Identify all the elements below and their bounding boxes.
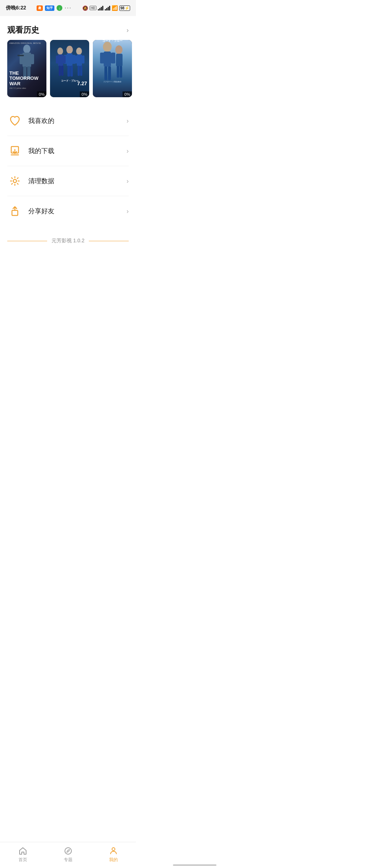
svg-text:ドクターヘリ緊急救命: ドクターヘリ緊急救命 <box>103 81 121 83</box>
svg-rect-9 <box>67 53 73 66</box>
share-icon <box>7 203 22 219</box>
menu-section: 我喜欢的 › 我的下载 › <box>0 106 136 226</box>
clear-data-label: 清理数据 <box>28 177 127 185</box>
svg-rect-21 <box>77 54 82 66</box>
history-chevron[interactable]: › <box>127 26 129 34</box>
svg-rect-25 <box>80 66 82 76</box>
svg-rect-12 <box>67 66 70 77</box>
menu-item-clear-data[interactable]: 清理数据 › <box>7 166 129 196</box>
movie2-progress: 0% <box>80 91 89 97</box>
svg-point-42 <box>13 180 17 183</box>
svg-rect-4 <box>30 54 34 64</box>
menu-item-favorites[interactable]: 我喜欢的 › <box>7 106 129 136</box>
heart-icon <box>7 113 22 128</box>
status-time: 傍晚6:22 <box>6 5 26 11</box>
share-label: 分享好友 <box>28 207 127 215</box>
badge-download: ↓ <box>57 5 62 11</box>
history-section-header: 观看历史 › <box>0 22 136 40</box>
badge-qu: 趣 <box>37 5 43 11</box>
share-chevron: › <box>127 207 129 215</box>
footer-text: 元芳影视 1.0.2 <box>51 238 84 244</box>
svg-point-8 <box>66 46 73 54</box>
menu-item-share[interactable]: 分享好友 › <box>7 196 129 226</box>
svg-rect-13 <box>70 66 73 77</box>
status-bar: 傍晚6:22 趣 知乎 ↓ ··· 🔕 HD 📶 98 ⚡ <box>0 0 136 16</box>
svg-rect-28 <box>104 52 111 67</box>
clear-data-chevron: › <box>127 177 129 185</box>
favorites-label: 我喜欢的 <box>28 116 127 125</box>
download-icon <box>7 143 22 159</box>
main-content: 观看历史 › <box>0 16 136 280</box>
svg-point-33 <box>115 45 123 54</box>
wifi-icon: 📶 <box>112 5 118 11</box>
movie2-date: 7.27 <box>77 81 87 86</box>
downloads-label: 我的下载 <box>28 147 127 155</box>
menu-item-downloads[interactable]: 我的下载 › <box>7 136 129 166</box>
svg-point-20 <box>76 48 82 55</box>
svg-rect-7 <box>17 55 24 56</box>
movie1-progress: 0% <box>37 91 46 97</box>
movie-card-2[interactable]: コード・ブルー 7.27 0% <box>50 40 89 97</box>
signal-icon <box>98 6 103 11</box>
footer-line-right <box>89 241 129 241</box>
movie-card-3[interactable]: コード・ブルー ドクターヘリ緊急救命 0% <box>93 40 132 97</box>
movie-card-1[interactable]: AMAZON ORIGINAL MOVIE THETOMORROWWAR JUL… <box>7 40 46 97</box>
svg-point-1 <box>23 45 30 53</box>
gear-icon <box>7 173 22 189</box>
svg-rect-36 <box>120 66 122 78</box>
svg-rect-30 <box>111 53 115 63</box>
footer-watermark: 元芳影视 1.0.2 <box>7 238 129 244</box>
history-title: 观看历史 <box>7 25 39 36</box>
signal-icon-2 <box>105 6 110 11</box>
movies-row: AMAZON ORIGINAL MOVIE THETOMORROWWAR JUL… <box>0 40 136 97</box>
svg-rect-43 <box>12 210 18 215</box>
svg-rect-17 <box>63 55 66 63</box>
svg-rect-15 <box>58 54 63 66</box>
downloads-chevron: › <box>127 147 129 155</box>
svg-rect-16 <box>56 55 59 63</box>
svg-rect-31 <box>104 66 107 80</box>
battery-icon: 98 ⚡ <box>119 5 130 11</box>
badge-zhihu: 知乎 <box>45 5 54 11</box>
footer-line-left <box>7 241 47 241</box>
svg-rect-18 <box>59 66 61 76</box>
svg-text:コード・ブルー: コード・ブルー <box>102 40 123 42</box>
svg-rect-32 <box>108 66 111 80</box>
mute-icon: 🔕 <box>82 5 88 11</box>
svg-rect-34 <box>116 54 123 66</box>
svg-rect-2 <box>22 53 31 67</box>
svg-rect-35 <box>117 66 119 78</box>
movie3-progress: 0% <box>123 91 132 97</box>
movie1-title: THETOMORROWWAR JULY 2 | prime video <box>9 71 44 89</box>
hd-badge: HD <box>90 6 96 10</box>
svg-text:コード・ブルー: コード・ブルー <box>61 79 79 82</box>
svg-rect-19 <box>61 66 63 76</box>
battery-level: 98 <box>120 6 124 10</box>
svg-point-14 <box>57 48 63 55</box>
movie1-amazon-label: AMAZON ORIGINAL MOVIE <box>9 42 41 44</box>
svg-rect-24 <box>78 66 80 76</box>
status-more-dots: ··· <box>65 5 71 11</box>
svg-rect-23 <box>82 55 84 63</box>
movie2-artwork: コード・ブルー <box>50 40 89 85</box>
svg-rect-22 <box>75 55 78 63</box>
svg-point-27 <box>103 42 112 52</box>
status-center: 趣 知乎 ↓ ··· <box>37 5 71 11</box>
movie3-artwork: コード・ブルー ドクターヘリ緊急救命 <box>93 40 132 85</box>
favorites-chevron: › <box>127 117 129 125</box>
status-right: 🔕 HD 📶 98 ⚡ <box>82 5 130 11</box>
svg-rect-29 <box>100 53 104 63</box>
